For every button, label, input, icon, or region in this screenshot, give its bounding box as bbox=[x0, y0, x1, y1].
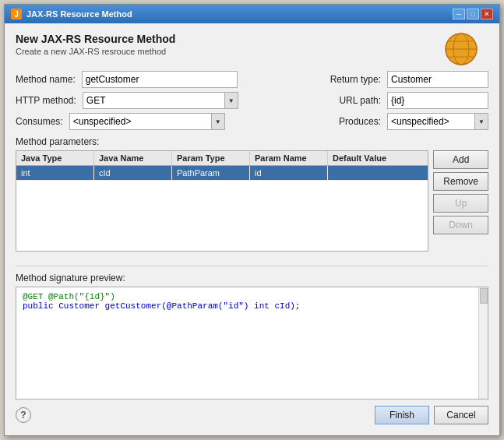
return-type-input[interactable] bbox=[387, 71, 488, 88]
minimize-button[interactable]: ─ bbox=[453, 9, 465, 19]
table-body[interactable]: int cId PathParam id bbox=[16, 166, 428, 251]
table-section-label: Method parameters: bbox=[16, 136, 488, 147]
col-java-name: Java Name bbox=[94, 151, 172, 165]
cell-param-name: id bbox=[250, 166, 328, 181]
signature-line1: @GET @Path("{id}") bbox=[23, 292, 474, 301]
table-area: Java Type Java Name Param Type Param Nam… bbox=[16, 150, 488, 252]
dialog-content: New JAX-RS Resource Method Create a new … bbox=[5, 23, 499, 435]
table-row-empty-3 bbox=[16, 212, 428, 227]
cell-default-value bbox=[328, 166, 428, 181]
close-button[interactable]: ✕ bbox=[481, 9, 493, 19]
add-button[interactable]: Add bbox=[433, 150, 488, 169]
table-row-empty-2 bbox=[16, 196, 428, 212]
dialog-subtitle: Create a new JAX-RS resrouce method bbox=[16, 47, 175, 56]
up-button[interactable]: Up bbox=[433, 194, 488, 213]
cancel-button[interactable]: Cancel bbox=[434, 406, 488, 424]
maximize-button[interactable]: □ bbox=[467, 9, 479, 19]
title-bar-left: J JAX-RS Resource Method bbox=[11, 9, 132, 19]
url-path-input[interactable] bbox=[387, 92, 488, 109]
table-side-buttons: Add Remove Up Down bbox=[433, 150, 488, 252]
help-button[interactable]: ? bbox=[16, 407, 31, 423]
consumes-select[interactable]: <unspecified> bbox=[69, 113, 225, 130]
method-name-input[interactable] bbox=[82, 71, 238, 88]
http-method-label: HTTP method: bbox=[16, 95, 76, 106]
main-window: J JAX-RS Resource Method ─ □ ✕ New JAX-R… bbox=[4, 4, 500, 436]
dialog-title: New JAX-RS Resource Method bbox=[16, 33, 175, 45]
window-title: JAX-RS Resource Method bbox=[26, 9, 132, 19]
signature-section: Method signature preview: @GET @Path("{i… bbox=[16, 273, 488, 400]
signature-line2: public Customer getCustomer(@PathParam("… bbox=[23, 301, 474, 311]
finish-button[interactable]: Finish bbox=[375, 406, 429, 424]
url-path-label: URL path: bbox=[339, 95, 381, 106]
title-bar: J JAX-RS Resource Method ─ □ ✕ bbox=[5, 5, 499, 23]
table-row-empty-1 bbox=[16, 181, 428, 196]
consumes-label: Consumes: bbox=[16, 116, 63, 127]
cell-java-type: int bbox=[16, 166, 94, 181]
down-button[interactable]: Down bbox=[433, 216, 488, 234]
signature-label: Method signature preview: bbox=[16, 273, 488, 283]
footer: ? Finish Cancel bbox=[16, 400, 488, 428]
footer-buttons: Finish Cancel bbox=[375, 406, 488, 424]
title-bar-buttons: ─ □ ✕ bbox=[453, 9, 493, 19]
produces-label: Produces: bbox=[339, 116, 381, 127]
scrollbar[interactable] bbox=[478, 287, 488, 399]
method-name-label: Method name: bbox=[16, 74, 76, 85]
col-param-name: Param Name bbox=[250, 151, 328, 165]
return-type-label: Return type: bbox=[330, 74, 381, 85]
col-java-type: Java Type bbox=[16, 151, 94, 165]
table-header: Java Type Java Name Param Type Param Nam… bbox=[16, 151, 428, 166]
table-row[interactable]: int cId PathParam id bbox=[16, 166, 428, 181]
header-area: New JAX-RS Resource Method Create a new … bbox=[16, 33, 488, 71]
separator bbox=[16, 266, 488, 266]
produces-select[interactable]: <unspecified> bbox=[387, 113, 488, 130]
globe-icon bbox=[442, 30, 481, 69]
cell-java-name: cId bbox=[94, 166, 172, 181]
app-icon: J bbox=[11, 9, 22, 19]
cell-param-type: PathParam bbox=[172, 166, 250, 181]
col-default-value: Default Value bbox=[328, 151, 428, 165]
remove-button[interactable]: Remove bbox=[433, 172, 488, 191]
col-param-type: Param Type bbox=[172, 151, 250, 165]
http-method-select[interactable]: GET POST PUT DELETE HEAD OPTIONS bbox=[83, 92, 238, 109]
